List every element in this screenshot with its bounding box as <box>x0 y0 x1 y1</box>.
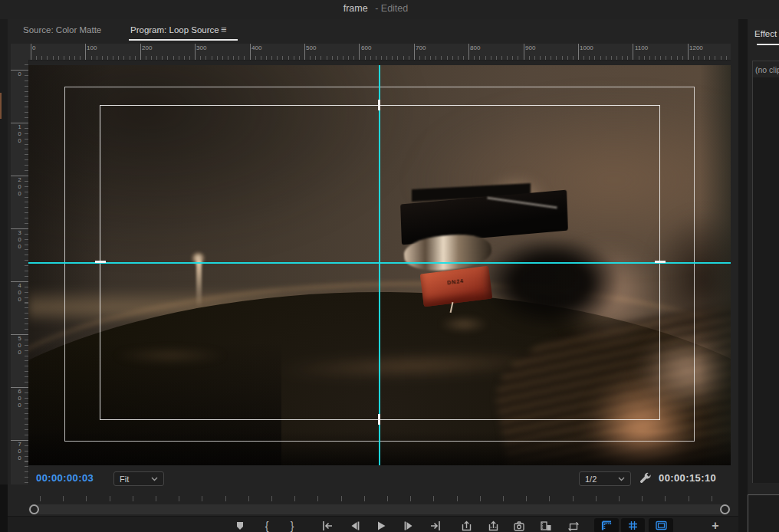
step-back-icon <box>349 521 360 531</box>
multi-camera-button[interactable] <box>564 519 583 532</box>
button-editor-button[interactable]: + <box>706 519 725 532</box>
ruler-label: 0 <box>16 71 22 77</box>
effect-timeline-corner <box>748 494 779 532</box>
safe-margins-toggle[interactable] <box>649 518 673 532</box>
lift-button[interactable] <box>457 519 475 532</box>
left-panel-edge <box>0 19 8 532</box>
extract-icon <box>488 521 499 531</box>
left-panel-bottom-edge <box>0 484 8 532</box>
monitor-scrubber[interactable] <box>28 493 731 504</box>
center-tick-bottom <box>378 414 380 425</box>
step-forward-icon <box>403 521 415 531</box>
tab-source-monitor[interactable]: Source: Color Matte <box>23 25 101 34</box>
vertical-ruler[interactable]: 0 100 200 300 400 500 600 700 <box>11 60 29 484</box>
step-back-button[interactable] <box>345 519 363 532</box>
ruler-label: 1200 <box>688 44 703 52</box>
go-to-in-icon <box>321 521 334 531</box>
play-icon <box>376 521 386 531</box>
ruler-label: 300 <box>195 44 206 52</box>
play-button[interactable] <box>372 519 390 532</box>
project-edited-suffix: - Edited <box>375 3 408 14</box>
settings-button[interactable] <box>636 470 653 487</box>
chevron-down-icon <box>151 477 158 481</box>
mark-in-icon: { <box>265 521 269 531</box>
vertical-guide[interactable] <box>379 65 380 465</box>
extract-button[interactable] <box>484 519 502 532</box>
mark-out-button[interactable]: } <box>283 519 301 532</box>
program-monitor-panel: Source: Color Matte Program: Loop Source… <box>8 19 738 532</box>
current-timecode[interactable]: 00:00:00:03 <box>36 472 94 484</box>
wrench-icon <box>639 472 652 485</box>
app-title-bar: frame - Edited <box>0 0 779 20</box>
show-rulers-icon <box>600 520 613 531</box>
premiere-workspace: { "window": { "title": "frame", "edited_… <box>0 0 779 532</box>
tab-effect-controls[interactable]: Effect C <box>754 29 779 38</box>
go-to-out-icon <box>429 521 442 531</box>
lift-icon <box>461 521 472 531</box>
left-panel-content-sliver <box>0 93 2 119</box>
export-frame-button[interactable] <box>510 519 528 532</box>
multi-camera-icon <box>567 521 580 532</box>
show-rulers-toggle[interactable] <box>594 518 619 532</box>
project-title: frame - Edited <box>0 3 751 14</box>
ruler-label: 500 <box>16 335 22 356</box>
active-tab-underline <box>129 39 238 41</box>
ruler-corner-box <box>11 44 29 61</box>
center-tick-right <box>655 261 666 263</box>
project-title-text: frame <box>343 3 368 14</box>
playback-resolution-select[interactable]: 1/2 <box>579 471 631 486</box>
ruler-label: 400 <box>250 44 261 52</box>
mark-in-button[interactable]: { <box>258 519 276 532</box>
no-clip-label: (no clip <box>753 65 779 74</box>
playback-resolution-value: 1/2 <box>585 475 597 484</box>
ruler-label: 100 <box>16 123 22 144</box>
center-tick-top <box>378 100 380 110</box>
ruler-label: 100 <box>85 44 97 52</box>
zoom-scroll-track[interactable] <box>28 504 731 514</box>
camera-icon <box>513 521 525 531</box>
safe-margins-icon <box>655 520 668 531</box>
effect-controls-panel: Effect C (no clip <box>748 19 779 532</box>
zoom-level-select[interactable]: Fit <box>113 471 164 486</box>
duration-timecode: 00:00:15:10 <box>659 472 716 484</box>
horizontal-ruler[interactable]: 0 100 200 300 400 500 600 700 800 900 10… <box>28 44 731 61</box>
chevron-down-icon <box>618 477 625 481</box>
go-to-out-button[interactable] <box>426 519 445 532</box>
zoom-handle-right[interactable] <box>720 504 730 514</box>
zoom-level-value: Fit <box>120 475 129 484</box>
ruler-label: 800 <box>468 44 480 52</box>
horizontal-guide[interactable] <box>28 262 731 264</box>
effect-list-area <box>753 77 779 483</box>
ruler-label: 700 <box>16 441 22 461</box>
zoom-handle-left[interactable] <box>29 504 39 514</box>
ruler-label: 0 <box>31 44 35 52</box>
effect-controls-content: (no clip <box>752 61 779 483</box>
ruler-label: 500 <box>304 44 316 52</box>
panel-separator[interactable] <box>738 19 748 532</box>
ruler-label: 600 <box>360 44 371 52</box>
ruler-label: 400 <box>16 282 22 303</box>
ruler-label: 1100 <box>633 44 648 52</box>
plus-icon: + <box>712 519 718 532</box>
active-tab-underline <box>757 44 779 45</box>
tab-program-monitor[interactable]: Program: Loop Source <box>130 25 219 34</box>
ruler-label: 200 <box>16 176 22 197</box>
ruler-label: 700 <box>414 44 426 52</box>
comparison-view-button[interactable] <box>537 519 555 532</box>
show-guides-toggle[interactable] <box>621 518 645 532</box>
add-marker-icon <box>235 521 245 531</box>
step-forward-button[interactable] <box>399 519 418 532</box>
ruler-label: 300 <box>16 229 22 250</box>
clip-source-header: (no clip <box>753 61 779 77</box>
hamburger-icon[interactable]: ≡ <box>221 24 227 35</box>
mark-out-icon: } <box>291 521 294 531</box>
center-tick-left <box>95 261 106 263</box>
comparison-view-icon <box>540 521 552 532</box>
ruler-label: 600 <box>16 388 22 409</box>
video-frame[interactable]: DN24 <box>28 65 731 465</box>
add-marker-button[interactable] <box>231 519 249 532</box>
ruler-label: 1000 <box>578 44 593 52</box>
go-to-in-button[interactable] <box>318 519 337 532</box>
ruler-label: 200 <box>140 44 152 52</box>
photo-layer <box>700 65 731 465</box>
